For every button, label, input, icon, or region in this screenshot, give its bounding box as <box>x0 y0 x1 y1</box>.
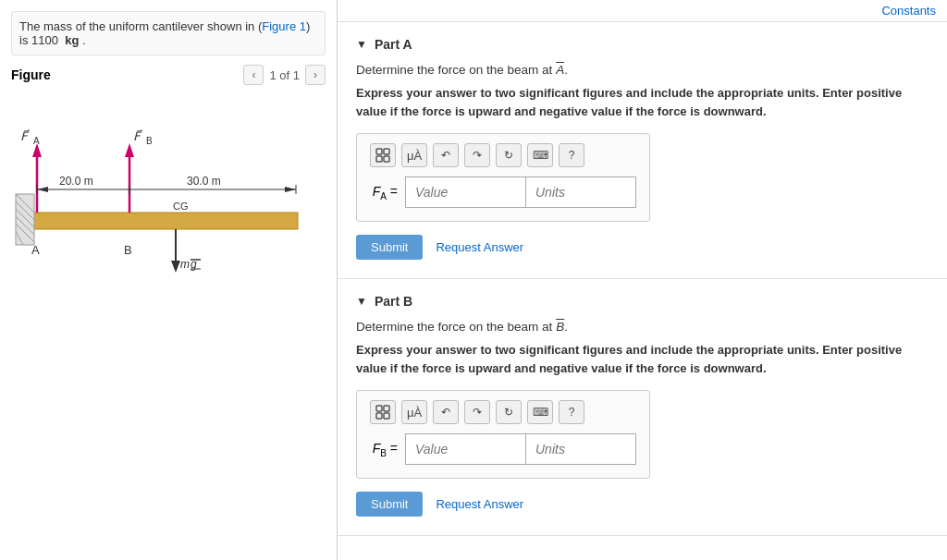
right-panel: Constants ▼ Part A Determine the force o… <box>338 0 947 560</box>
part-a-question: Determine the force on the beam at A. <box>356 63 929 77</box>
keyboard-button-b[interactable]: ⌨ <box>527 400 553 424</box>
svg-rect-41 <box>384 413 389 419</box>
svg-text:A: A <box>31 243 40 257</box>
part-a-instruction: Express your answer to two significant f… <box>356 84 929 120</box>
part-b-submit-button[interactable]: Submit <box>356 492 423 517</box>
part-b-header: ▼ Part B <box>356 294 929 309</box>
diagram-svg: A B F⃗ A F⃗ B 20.0 m 30.0 m <box>11 92 326 296</box>
constants-link[interactable]: Constants <box>338 0 947 22</box>
svg-text:F⃗: F⃗ <box>133 129 142 143</box>
redo-button-b[interactable]: ↷ <box>464 400 490 424</box>
mu-button-a[interactable]: μÀ <box>401 143 427 167</box>
svg-text:CG: CG <box>173 201 189 212</box>
part-b-input-label: FB = <box>370 441 398 458</box>
part-b-button-row: Submit Request Answer <box>356 492 929 517</box>
matrix-button-b[interactable] <box>370 400 396 424</box>
part-b-toolbar: μÀ ↶ ↷ ↻ ⌨ ? <box>370 400 636 424</box>
svg-text:F⃗: F⃗ <box>20 129 30 143</box>
part-a-arrow: ▼ <box>356 38 367 51</box>
part-a-label: Part A <box>375 37 412 52</box>
part-b-instruction: Express your answer to two significant f… <box>356 341 929 377</box>
help-button-a[interactable]: ? <box>559 143 584 167</box>
figure-link[interactable]: Figure 1 <box>262 19 306 33</box>
svg-marker-29 <box>171 261 180 273</box>
figure-page: 1 of 1 <box>269 68 300 82</box>
svg-rect-39 <box>384 406 389 411</box>
reset-button-a[interactable]: ↻ <box>496 143 522 167</box>
part-a-toolbar: μÀ ↶ ↷ ↻ ⌨ ? <box>370 143 636 167</box>
part-a-request-answer-button[interactable]: Request Answer <box>436 240 523 254</box>
part-b-input-row: FB = <box>370 433 636 465</box>
part-a-answer-box: μÀ ↶ ↷ ↻ ⌨ ? FA = <box>356 133 650 222</box>
part-b-section: ▼ Part B Determine the force on the beam… <box>338 279 947 536</box>
part-a-input-row: FA = <box>370 177 636 208</box>
svg-marker-25 <box>285 187 296 192</box>
part-a-value-input[interactable] <box>405 177 525 208</box>
svg-text:A: A <box>33 136 40 146</box>
part-b-arrow: ▼ <box>356 295 367 308</box>
part-b-answer-box: μÀ ↶ ↷ ↻ ⌨ ? FB = <box>356 390 650 479</box>
svg-rect-35 <box>384 149 389 154</box>
part-b-units-input[interactable] <box>525 433 636 465</box>
svg-text:20.0 m: 20.0 m <box>59 175 93 188</box>
next-figure-button[interactable]: › <box>305 65 326 85</box>
figure-nav: ‹ 1 of 1 › <box>243 65 326 85</box>
svg-rect-0 <box>30 213 298 229</box>
part-b-question: Determine the force on the beam at B. <box>356 320 929 334</box>
part-b-request-answer-button[interactable]: Request Answer <box>436 497 523 511</box>
prev-figure-button[interactable]: ‹ <box>243 65 264 85</box>
redo-button-a[interactable]: ↷ <box>464 143 490 167</box>
figure-header: Figure ‹ 1 of 1 › <box>11 65 326 85</box>
svg-rect-38 <box>376 406 382 411</box>
svg-text:B: B <box>124 243 132 257</box>
svg-text:m: m <box>180 258 190 271</box>
svg-text:30.0 m: 30.0 m <box>187 175 221 188</box>
help-button-b[interactable]: ? <box>559 400 584 424</box>
part-b-label: Part B <box>375 294 412 309</box>
part-b-value-input[interactable] <box>405 433 525 465</box>
figure-title: Figure <box>11 67 51 82</box>
part-a-section: ▼ Part A Determine the force on the beam… <box>338 22 947 279</box>
svg-text:B: B <box>146 136 153 146</box>
part-a-input-label: FA = <box>370 184 398 201</box>
mu-button-b[interactable]: μÀ <box>401 400 427 424</box>
undo-button-a[interactable]: ↶ <box>433 143 459 167</box>
part-a-header: ▼ Part A <box>356 37 929 52</box>
matrix-button-a[interactable] <box>370 143 396 167</box>
part-a-submit-button[interactable]: Submit <box>356 235 423 260</box>
svg-rect-37 <box>384 156 389 162</box>
svg-rect-34 <box>376 149 382 154</box>
svg-marker-26 <box>37 187 48 192</box>
undo-button-b[interactable]: ↶ <box>433 400 459 424</box>
keyboard-button-a[interactable]: ⌨ <box>527 143 553 167</box>
part-a-units-input[interactable] <box>525 177 636 208</box>
problem-statement: The mass of the uniform cantilever shown… <box>11 11 326 55</box>
reset-button-b[interactable]: ↻ <box>496 400 522 424</box>
left-panel: The mass of the uniform cantilever shown… <box>0 0 338 560</box>
svg-rect-36 <box>376 156 382 162</box>
svg-rect-40 <box>376 413 382 419</box>
figure-diagram: A B F⃗ A F⃗ B 20.0 m 30.0 m <box>11 92 326 549</box>
svg-marker-15 <box>125 143 134 157</box>
part-a-button-row: Submit Request Answer <box>356 235 929 260</box>
